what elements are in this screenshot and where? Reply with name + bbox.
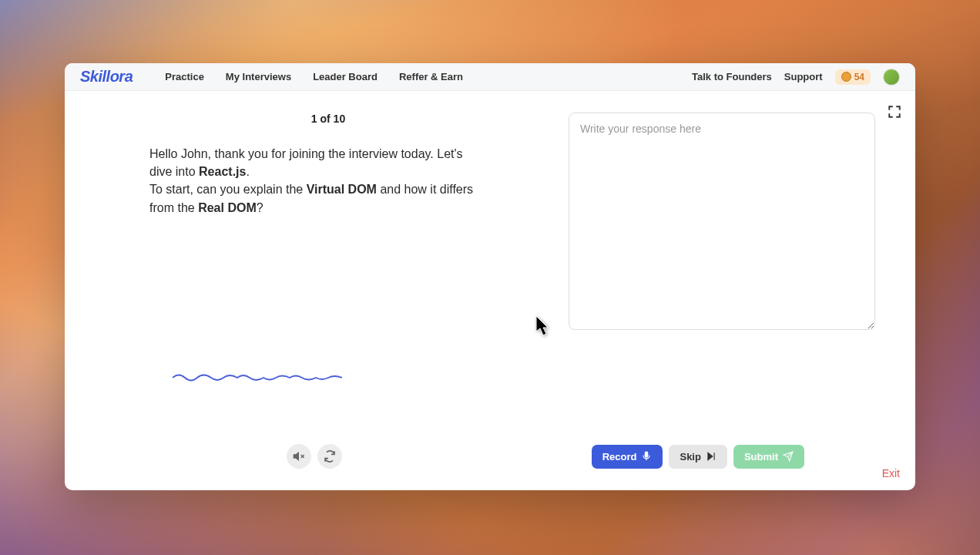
refresh-button[interactable] <box>317 444 342 469</box>
audio-waveform <box>173 371 538 385</box>
nav-reffer-earn[interactable]: Reffer & Earn <box>399 71 463 82</box>
nav-support[interactable]: Support <box>784 71 823 82</box>
coin-badge[interactable]: 54 <box>835 69 871 85</box>
app-window: Skillora Practice My Interviews Leader B… <box>65 63 915 490</box>
nav-right: Talk to Founders Support 54 <box>692 69 900 86</box>
action-buttons: Record Skip Submit <box>592 445 804 469</box>
nav-talk-to-founders[interactable]: Talk to Founders <box>692 71 772 82</box>
svg-rect-2 <box>646 452 649 457</box>
progress-indicator: 1 of 10 <box>119 113 538 125</box>
nav-leader-board[interactable]: Leader Board <box>313 71 378 82</box>
mute-button[interactable] <box>287 444 311 469</box>
avatar[interactable] <box>883 69 900 86</box>
skip-icon <box>706 451 717 462</box>
send-icon <box>783 451 794 462</box>
microphone-icon <box>641 451 652 462</box>
logo[interactable]: Skillora <box>80 68 133 86</box>
coin-icon <box>841 72 851 82</box>
expand-icon[interactable] <box>888 105 901 119</box>
speaker-mute-icon <box>293 450 305 462</box>
content-area: 1 of 10 Hello John, thank you for joinin… <box>65 91 915 490</box>
bottom-bar: Record Skip Submit <box>65 444 915 469</box>
nav-my-interviews[interactable]: My Interviews <box>226 71 291 82</box>
nav-left: Practice My Interviews Leader Board Reff… <box>165 71 670 82</box>
exit-link[interactable]: Exit <box>882 467 900 479</box>
question-panel: 1 of 10 Hello John, thank you for joinin… <box>96 113 561 490</box>
response-panel <box>561 113 884 490</box>
refresh-icon <box>324 450 336 462</box>
response-input[interactable] <box>569 113 875 330</box>
audio-controls <box>287 444 342 469</box>
record-button[interactable]: Record <box>592 445 663 469</box>
skip-button[interactable]: Skip <box>669 445 727 469</box>
submit-button[interactable]: Submit <box>733 445 804 469</box>
coin-count: 54 <box>854 72 864 82</box>
nav-practice[interactable]: Practice <box>165 71 204 82</box>
header-bar: Skillora Practice My Interviews Leader B… <box>65 63 915 91</box>
question-text: Hello John, thank you for joining the in… <box>149 145 481 217</box>
svg-marker-3 <box>708 452 713 459</box>
